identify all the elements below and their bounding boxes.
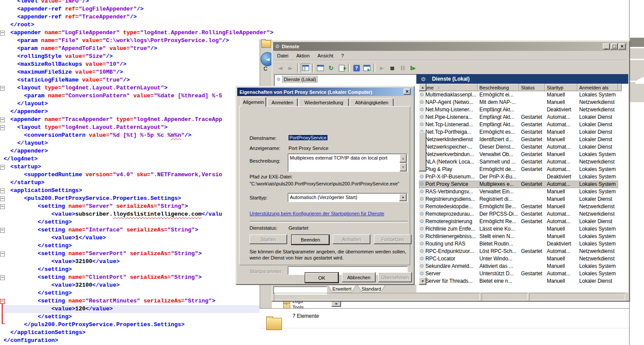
code-line[interactable]: </setting> (4, 289, 260, 297)
code-line[interactable]: <staticLogFileName value="true"/> (4, 76, 260, 84)
scroll-up-icon[interactable]: ▲ (419, 84, 426, 91)
code-line[interactable]: <value>1</value> (4, 234, 260, 242)
view-tab-erweitert[interactable]: Erweitert (327, 285, 356, 292)
code-line[interactable]: <setting name="ServerPort" serializeAs="… (4, 250, 260, 258)
abbrechen-button[interactable]: Abbrechen (342, 272, 376, 282)
tab-allgemein[interactable]: Allgemein (241, 97, 266, 107)
service-row[interactable]: ⚙Multimediaklassenpl...Ermöglicht ei...M… (419, 91, 618, 99)
code-line[interactable]: </appender> (4, 147, 260, 155)
service-row[interactable]: ⚙RAS-Verbindungsv...Verwaltet Ein...Manu… (419, 188, 618, 196)
stop-service-icon[interactable]: ■ (387, 64, 397, 72)
minimize-button[interactable]: _ (603, 43, 610, 50)
xml-editor[interactable]: <level value="INFO"/> <appender-ref ref=… (0, 0, 260, 345)
tab-abhangigkeiten[interactable]: Abhängigkeiten (350, 98, 394, 107)
pause-service-icon[interactable] (398, 64, 408, 72)
back-icon[interactable]: ◄ (275, 64, 285, 72)
column-header-name[interactable]: Name▲ (419, 84, 478, 91)
ok-button[interactable]: OK (305, 272, 339, 283)
menu-item-datei[interactable]: Datei (273, 52, 292, 60)
scrollbar-thumb[interactable] (419, 132, 426, 171)
code-line[interactable]: <value>120</value> (4, 305, 260, 313)
fold-toggle-icon[interactable] (0, 204, 5, 209)
starttyp-select[interactable]: Automatisch (Verzögerter Start) ▼ (288, 193, 408, 202)
code-line[interactable]: </layout> (4, 100, 260, 108)
fold-toggle-icon[interactable] (0, 299, 5, 304)
new-window-icon[interactable] (362, 64, 372, 72)
code-line[interactable]: </configuration> (4, 337, 260, 345)
properties-icon[interactable] (316, 64, 325, 72)
fold-toggle-icon[interactable] (0, 125, 5, 130)
fold-toggle-icon[interactable] (0, 275, 5, 280)
code-line[interactable]: </startup> (4, 179, 260, 187)
code-line[interactable]: <setting name="Interface" serializeAs="S… (4, 226, 260, 234)
column-header-anmeldenals[interactable]: Anmelden als (577, 84, 618, 91)
service-row[interactable]: ⚙Remotedesktopdie...Ermöglicht Be...Gest… (419, 203, 618, 210)
service-row[interactable]: ⚙Registrierungsdiens...Registriert di...… (419, 196, 618, 203)
code-lines[interactable]: <level value="INFO"/> <appender-ref ref=… (4, 0, 260, 345)
service-row[interactable]: ⚙Net.Pipe-Listenera...Empfängt Akt...Ges… (419, 114, 618, 121)
close-button[interactable]: × (619, 43, 626, 50)
tab-wiederherstellung[interactable]: Wiederherstellung (299, 98, 349, 107)
code-line[interactable]: </layout> (4, 139, 260, 147)
chevron-down-icon[interactable]: ▼ (399, 194, 407, 201)
help-icon[interactable] (352, 64, 361, 72)
code-line[interactable]: </setting> (4, 242, 260, 250)
code-line[interactable]: </setting> (4, 266, 260, 274)
code-line[interactable]: <appender-ref ref="TraceAppender"/> (4, 13, 260, 21)
fold-toggle-icon[interactable] (0, 252, 5, 256)
fold-toggle-icon[interactable] (0, 196, 5, 201)
code-line[interactable]: <param name="File" value="C:\work\logs\P… (4, 37, 260, 45)
tree-item-dienste-lokal[interactable]: ⚙ Dienste (Lokal) (276, 76, 317, 82)
service-row[interactable]: ⚙Plug & PlayErmöglicht de...GestartetAut… (419, 166, 618, 173)
startoptionen-hilfe-link[interactable]: Unterstützung beim Konfigurieren der Sta… (250, 211, 384, 216)
scroll-down-icon[interactable]: ▼ (400, 163, 407, 171)
fold-toggle-icon[interactable] (0, 86, 5, 91)
service-row[interactable]: ⚙Richtlinie zum Entfe...Lässt eine Ko...… (419, 225, 618, 233)
column-header-beschreibung[interactable]: Beschreibung (478, 84, 519, 91)
code-line[interactable]: <maxSizeRollBackups value="10"/> (4, 60, 260, 68)
textbox-scrollbar[interactable]: ▲ ▼ (400, 154, 407, 171)
service-row[interactable]: ⚙Remoteprozedurau...Der RPCSS-Di...Gesta… (419, 210, 618, 218)
restart-service-icon[interactable]: ▶ (408, 64, 418, 72)
tab-anmelden[interactable]: Anmelden (267, 98, 298, 107)
fold-toggle-icon[interactable] (0, 31, 5, 36)
code-line[interactable]: <param name="ConversionPattern" value="%… (4, 92, 260, 100)
code-line[interactable]: <appender name="LogFileAppender" type="l… (4, 29, 260, 37)
code-line[interactable]: </root> (4, 21, 260, 29)
maximize-button[interactable]: □ (611, 43, 618, 50)
scroll-down-icon[interactable]: ▼ (419, 277, 426, 285)
code-line[interactable]: <setting name="Server" serializeAs="Stri… (4, 203, 260, 210)
beschreibung-textbox[interactable]: Multiplexes external TCP/IP data on loca… (288, 153, 408, 172)
refresh-icon[interactable]: ↻ (326, 64, 336, 72)
service-row[interactable]: ⚙Net.Tcp-Portfreiga...Ermöglicht es...Ge… (419, 128, 618, 136)
code-line[interactable]: <applicationSettings> (4, 187, 260, 195)
code-line[interactable]: <value>32100</value> (4, 258, 260, 266)
column-header-status[interactable]: Status (519, 84, 545, 91)
code-line[interactable]: <appender name="TraceAppender" type="log… (4, 116, 260, 124)
dialog-titlebar[interactable]: Eigenschaften von Port Proxy Service (Lo… (237, 88, 413, 96)
service-row[interactable]: ⚙NLA (Network Loca...Sammelt und ...Gest… (419, 158, 618, 166)
column-header-starttyp[interactable]: Starttyp (545, 84, 577, 91)
fold-toggle-icon[interactable] (0, 189, 5, 193)
show-console-tree-icon[interactable] (301, 64, 310, 72)
service-row[interactable]: ⚙Server für Threads...Bietet eine n...Ma… (419, 277, 618, 285)
code-line[interactable]: <appender-ref ref="LogFileAppender"/> (4, 5, 260, 13)
code-line[interactable]: </appender> (4, 108, 260, 116)
service-row[interactable]: ⚙ServerUnterstützt D...GestartetAutomat.… (419, 270, 618, 277)
service-row[interactable]: ⚙RPC-Endpunktzuor...Löst RPC-Sch...Gesta… (419, 248, 618, 255)
service-row[interactable]: ⚙Netzwerkverbindun...Verwaltet Ob...Gest… (419, 151, 618, 158)
service-row[interactable]: ⚙Net.Tcp-Listenerad...Empfängt Akt...Ges… (419, 121, 618, 128)
fold-toggle-icon[interactable] (0, 228, 5, 233)
code-line[interactable]: <maximumFileSize value="10MB"/> (4, 68, 260, 76)
dienstname-value[interactable]: PortProxyService (289, 135, 327, 140)
beenden-button[interactable]: Beenden (291, 235, 330, 245)
menu-item-?[interactable]: ? (337, 52, 348, 60)
export-list-icon[interactable] (337, 64, 346, 72)
scroll-up-icon[interactable]: ▲ (400, 154, 407, 163)
fold-toggle-icon[interactable] (0, 117, 5, 122)
code-line[interactable]: <puls200.PortProxyService.Properties.Set… (4, 195, 260, 203)
service-row[interactable]: ⚙Richtlinienergebniss...Stellt einen N..… (419, 233, 618, 240)
service-row[interactable]: ⚙PnP-X-IP-Busenum...Der PnP-X-Bu...Deakt… (419, 173, 618, 181)
service-row[interactable]: ⚙RemoteregistrierungErmöglicht Re...Gest… (419, 218, 618, 225)
code-line[interactable]: <rollingStyle value="Size"/> (4, 53, 260, 60)
